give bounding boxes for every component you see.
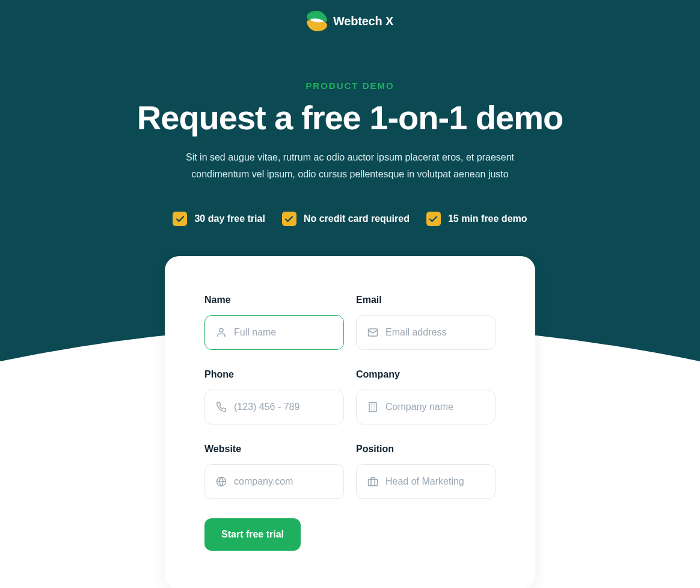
feature-label: 15 min free demo [448, 213, 527, 224]
field-phone: Phone [204, 369, 344, 424]
company-input-wrap[interactable] [356, 390, 496, 424]
phone-icon [216, 402, 227, 412]
svg-rect-2 [369, 403, 376, 412]
logo-mark-icon [307, 11, 327, 31]
check-icon [173, 212, 187, 226]
page-subtitle: Sit in sed augue vitae, rutrum ac odio a… [158, 149, 542, 183]
demo-form-card: Name Email Phone [165, 256, 535, 588]
field-email: Email [356, 295, 496, 350]
website-input-wrap[interactable] [204, 464, 344, 499]
website-input[interactable] [234, 476, 333, 487]
phone-label: Phone [204, 369, 344, 380]
feature-item-no-card: No credit card required [282, 212, 410, 226]
building-icon [367, 402, 378, 412]
page-title: Request a free 1-on-1 demo [12, 98, 688, 137]
feature-item-trial: 30 day free trial [173, 212, 265, 226]
user-icon [216, 327, 227, 338]
feature-item-demo: 15 min free demo [426, 212, 527, 226]
check-icon [282, 212, 296, 226]
start-trial-button[interactable]: Start free trial [204, 518, 301, 551]
eyebrow-text: PRODUCT DEMO [12, 81, 688, 91]
email-input-wrap[interactable] [356, 315, 496, 350]
email-label: Email [356, 295, 496, 305]
feature-label: No credit card required [304, 213, 410, 224]
mail-icon [367, 327, 378, 338]
briefcase-icon [367, 476, 378, 487]
field-company: Company [356, 369, 496, 424]
logo[interactable]: Webtech X [0, 0, 700, 31]
globe-icon [216, 476, 227, 487]
name-input-wrap[interactable] [204, 315, 344, 350]
name-label: Name [204, 295, 344, 305]
company-input[interactable] [385, 402, 484, 412]
field-name: Name [204, 295, 344, 350]
phone-input[interactable] [234, 402, 333, 412]
feature-label: 30 day free trial [194, 213, 265, 224]
position-label: Position [356, 444, 496, 455]
brand-name: Webtech X [333, 14, 393, 28]
position-input-wrap[interactable] [356, 464, 496, 499]
email-input[interactable] [385, 327, 484, 338]
position-input[interactable] [385, 476, 484, 487]
svg-point-0 [220, 328, 223, 332]
website-label: Website [204, 444, 344, 455]
svg-rect-13 [369, 479, 378, 486]
field-position: Position [356, 444, 496, 499]
feature-list: 30 day free trial No credit card require… [12, 212, 688, 226]
check-icon [426, 212, 441, 226]
name-input[interactable] [234, 327, 333, 338]
company-label: Company [356, 369, 496, 380]
field-website: Website [204, 444, 344, 499]
phone-input-wrap[interactable] [204, 390, 344, 424]
